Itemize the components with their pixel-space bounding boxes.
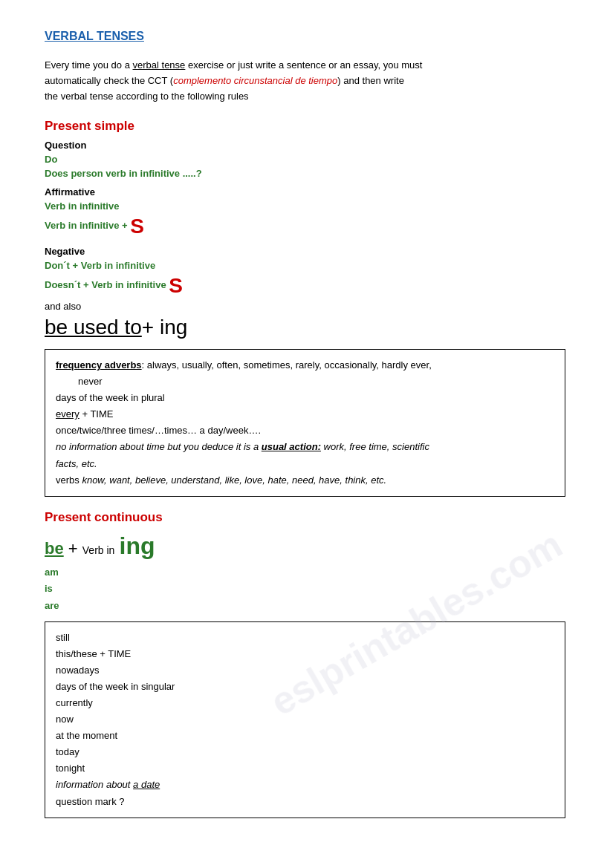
plus-time: + TIME [80,408,114,420]
days-plural-line: days of the week in plural [56,390,554,406]
this-these-line: this/these + TIME [56,646,554,662]
verb-in-text: Verb in [82,544,115,556]
plus-formula: + [68,539,78,558]
intro-text-3: the verbal tense according to the follow… [45,91,249,102]
and-also: and also [45,301,565,312]
currently-line: currently [56,695,554,711]
present-continuous-box: still this/these + TIME nowadays days of… [45,621,565,818]
verbs-list: know, want, believe, understand, like, l… [82,474,386,486]
no-info2: work, free time, scientific [321,441,429,452]
dont-line: Don´t + Verb in infinitive [45,260,565,271]
nowadays-line: nowadays [56,662,554,679]
tonight-line: tonight [56,760,554,777]
verbal-tense-link: verbal tense [133,59,186,71]
every-time-line: every + TIME [56,406,554,422]
days-singular-line: days of the week in singular [56,679,554,695]
question-mark-text: question mark ? [56,796,125,807]
question-mark-line: question mark ? [56,794,554,810]
today-line: today [56,744,554,760]
now-line: now [56,711,554,728]
no-info-line: no information about time but you deduce… [56,439,554,455]
intro-paragraph: Every time you do a verbal tense exercis… [45,58,565,104]
at-moment-line: at the moment [56,728,554,744]
verb-inf-plus-text: Verb in infinitive + [45,221,128,232]
usual-action: usual action: [262,441,321,452]
freq-label: frequency adverbs [56,359,142,371]
verb-inf-plus-line: Verb in infinitive + S [45,215,565,238]
negative-label: Negative [45,246,565,257]
be-text: be used to [45,316,142,339]
question-label: Question [45,140,565,151]
affirmative-label: Affirmative [45,186,565,198]
s-large-2: S [169,274,183,297]
info-date-italic: information about a date [56,779,160,790]
cct-text: complemento circunstancial de tiempo [173,75,337,86]
intro-text-1a: Every time you do a [45,59,133,71]
is-line: is [45,581,565,597]
info-date-line: information about a date [56,777,554,793]
am-is-are-block: am is are [45,564,565,613]
are-line: are [45,598,565,614]
never-line: never [78,373,554,390]
verbs-prefix: verbs [56,474,82,486]
doesnt-text: Doesn´t + Verb in infinitive [45,280,166,291]
s-large-1: S [130,215,144,238]
am-line: am [45,564,565,581]
be-used-to-formula: be used to+ ing [45,315,565,340]
intro-text-1b: exercise or just write a sentence or an … [185,59,422,71]
present-simple-box: frequency adverbs: always, usually, ofte… [45,349,565,497]
intro-text-2b: ) and then write [337,75,404,86]
ing-large: ing [120,532,155,559]
page-title: VERBAL TENSES [45,30,565,43]
be-formula: be [45,539,64,558]
every-text: every [56,408,80,420]
plus-ing: + ing [142,316,188,339]
date-underline: a date [133,779,160,790]
freq-values: : always, usually, often, sometimes, rar… [142,359,432,371]
continuous-formula: be + Verb in ing [45,531,565,562]
doesnt-line: Doesn´t + Verb in infinitive S [45,274,565,298]
verb-inf-line: Verb in infinitive [45,200,565,212]
intro-text-2a: automatically check the CCT ( [45,75,173,86]
once-twice-line: once/twice/three times/…times… a day/wee… [56,422,554,439]
no-info-italic: no information about time but you deduce… [56,441,262,452]
does-line: Does person verb in infinitive .....? [45,168,565,179]
still-line: still [56,630,554,646]
do-line: Do [45,154,565,165]
present-simple-title: Present simple [45,119,565,134]
present-continuous-title: Present continuous [45,510,565,525]
facts-line: facts, etc. [56,456,554,472]
present-simple-block: Question Do Does person verb in infiniti… [45,140,565,340]
verbs-line: verbs know, want, believe, understand, l… [56,472,554,489]
freq-adverbs-line: frequency adverbs: always, usually, ofte… [56,357,554,390]
